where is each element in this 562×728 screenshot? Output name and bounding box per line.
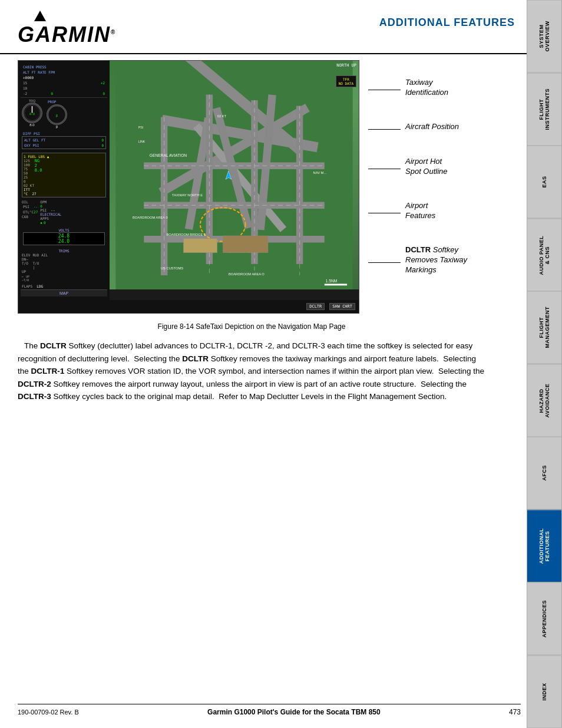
annotation-aircraft-text: Aircraft Position [405,122,459,132]
navigation-map: GS 0KT DTK 134° TRK 100° ETE ___ MAP – N… [18,60,359,314]
annotation-aircraft: Aircraft Position [368,122,477,132]
svg-text:LINK: LINK [138,140,146,143]
map-area: GENERAL AVIATION 02 KT BOARDROOM AREA 0 … [110,61,359,289]
section-title: ADDITIONAL FEATURES [379,17,515,29]
annotations-panel: TaxiwayIdentification Aircraft Position … [359,60,477,314]
annotation-hotspot: Airport HotSpot Outline [368,157,477,177]
prop-value: β [47,125,67,129]
garmin-wordmark: GARMIN® [18,22,116,47]
trq-gauge: 8.0 [22,103,42,123]
svg-text:BOARDROOM BRIDGE E: BOARDROOM BRIDGE E [167,233,206,236]
figure-container: GS 0KT DTK 134° TRK 100° ETE ___ MAP – N… [18,60,485,314]
north-indicator: NORTH UP [336,63,356,68]
map-footer: DCLTR SHW CHRT [110,300,359,313]
annotation-hotspot-text: Airport HotSpot Outline [405,157,448,177]
page-header: GARMIN® ADDITIONAL FEATURES [0,0,562,54]
main-content: GS 0KT DTK 134° TRK 100° ETE ___ MAP – N… [0,60,527,421]
svg-text:β: β [56,114,58,118]
volts-display: 24.824.0 [23,232,105,245]
body-paragraph: The DCLTR Softkey (declutter) label adva… [18,340,485,403]
svg-text:BOARDROOM AREA O: BOARDROOM AREA O [229,272,265,276]
footer-guide-title: Garmin G1000 Pilot's Guide for the Socat… [207,708,381,716]
svg-rect-44 [325,284,347,285]
sidebar-tab-index[interactable]: INDEX [527,655,562,729]
garmin-logo: GARMIN® [18,11,116,47]
sidebar-tab-hazard-avoidance[interactable]: HAZARDAVOIDANCE [527,364,562,437]
shw-chrt-button[interactable]: SHW CHRT [329,303,355,310]
sidebar-tab-appendices[interactable]: APPENDICES [527,582,562,655]
footer-page-number: 473 [509,708,521,716]
annotation-dcltr: DCLTR SoftkeyRemoves TaxiwayMarkings [368,245,477,275]
annotation-airport-text: AirportFeatures [405,201,435,221]
figure-caption: Figure 8-14 SafeTaxi Depiction on the Na… [18,322,485,331]
airport-svg: GENERAL AVIATION 02 KT BOARDROOM AREA 0 … [110,61,359,289]
sidebar-tab-eas[interactable]: EAS [527,146,562,219]
sidebar-tab-flight-management[interactable]: FLIGHTMANAGEMENT [527,291,562,364]
sidebar-tab-system-overview[interactable]: SYSTEMOVERVIEW [527,0,562,73]
svg-text:GENERAL AVIATION: GENERAL AVIATION [150,153,187,157]
sidebar-tab-audio-panel[interactable]: AUDIO PANEL& CNS [527,219,562,292]
garmin-triangle-icon [34,11,46,21]
prop-gauge: β [47,104,67,125]
svg-rect-39 [183,239,217,253]
trq-value: 8.0 [22,123,42,127]
svg-text:TAXIWAY NORTH E: TAXIWAY NORTH E [172,193,203,197]
footer-doc-number: 190-00709-02 Rev. B [18,709,79,716]
sidebar-tab-additional-features[interactable]: ADDITIONALFEATURES [527,510,562,583]
svg-text:8.0: 8.0 [29,112,35,116]
svg-text:NAV M...: NAV M... [313,171,327,174]
tfr-indicator: TFRNO DATA [336,75,356,87]
annotation-dcltr-text: DCLTR SoftkeyRemoves TaxiwayMarkings [405,245,467,275]
svg-text:BOARDROOM AREA 0: BOARDROOM AREA 0 [133,216,168,219]
dcltr-button[interactable]: DCLTR [306,303,325,310]
svg-text:02 KT: 02 KT [217,114,227,118]
annotation-taxiway: TaxiwayIdentification [368,78,477,98]
gauge-row-1: TRQ 8.0 8.0 PR [21,98,107,130]
sidebar-tab-flight-instruments[interactable]: FLIGHTINSTRUMENTS [527,73,562,146]
instrument-panel: CABIN PRESS ALT FT RATE FPM +0000 15+2 1… [18,61,110,314]
page-footer: 190-00709-02 Rev. B Garmin G1000 Pilot's… [18,704,521,716]
annotation-airport-features: AirportFeatures [368,201,477,221]
svg-text:PSI: PSI [138,126,143,129]
sidebar-tab-afcs[interactable]: AFCS [527,437,562,510]
annotation-taxiway-text: TaxiwayIdentification [405,78,448,98]
svg-text:1.5NM: 1.5NM [326,279,338,283]
sidebar: SYSTEMOVERVIEW FLIGHTINSTRUMENTS EAS AUD… [527,0,562,728]
svg-text:US CUSTOMS: US CUSTOMS [161,266,183,270]
svg-rect-40 [223,236,268,253]
